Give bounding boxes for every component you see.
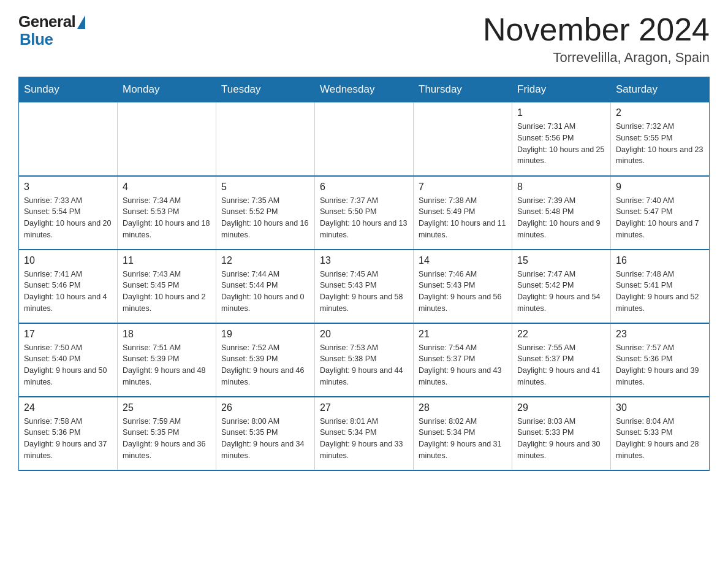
day-number: 20: [320, 329, 408, 340]
logo-triangle-icon: [77, 15, 85, 29]
calendar-day-cell: 5Sunrise: 7:35 AMSunset: 5:52 PMDaylight…: [216, 176, 315, 250]
calendar-week-row: 17Sunrise: 7:50 AMSunset: 5:40 PMDayligh…: [19, 323, 710, 397]
calendar-day-cell: 29Sunrise: 8:03 AMSunset: 5:33 PMDayligh…: [512, 397, 611, 470]
day-number: 3: [24, 182, 112, 193]
day-number: 17: [24, 329, 112, 340]
logo-blue-text: Blue: [20, 30, 53, 49]
day-info: Sunrise: 8:04 AMSunset: 5:33 PMDaylight:…: [616, 416, 704, 462]
day-number: 19: [221, 329, 309, 340]
day-info: Sunrise: 7:41 AMSunset: 5:46 PMDaylight:…: [24, 269, 112, 315]
day-info: Sunrise: 7:38 AMSunset: 5:49 PMDaylight:…: [419, 195, 507, 241]
calendar-day-cell: 18Sunrise: 7:51 AMSunset: 5:39 PMDayligh…: [118, 323, 216, 397]
day-number: 12: [221, 255, 309, 266]
calendar-day-cell: 17Sunrise: 7:50 AMSunset: 5:40 PMDayligh…: [19, 323, 118, 397]
day-number: 11: [123, 255, 211, 266]
calendar-day-cell: 20Sunrise: 7:53 AMSunset: 5:38 PMDayligh…: [315, 323, 414, 397]
day-info: Sunrise: 7:51 AMSunset: 5:39 PMDaylight:…: [123, 342, 211, 388]
day-number: 16: [616, 255, 704, 266]
day-info: Sunrise: 7:32 AMSunset: 5:55 PMDaylight:…: [616, 121, 704, 167]
calendar-day-cell: [118, 102, 216, 176]
day-info: Sunrise: 7:57 AMSunset: 5:36 PMDaylight:…: [616, 342, 704, 388]
page-header: General Blue November 2024 Torrevelilla,…: [18, 12, 710, 66]
day-info: Sunrise: 7:34 AMSunset: 5:53 PMDaylight:…: [123, 195, 211, 241]
location-text: Torrevelilla, Aragon, Spain: [483, 50, 710, 66]
day-info: Sunrise: 7:37 AMSunset: 5:50 PMDaylight:…: [320, 195, 408, 241]
calendar-day-header: Sunday: [19, 77, 118, 102]
day-number: 29: [517, 402, 605, 413]
day-number: 24: [24, 402, 112, 413]
day-info: Sunrise: 7:35 AMSunset: 5:52 PMDaylight:…: [221, 195, 309, 241]
day-number: 4: [123, 182, 211, 193]
day-info: Sunrise: 7:44 AMSunset: 5:44 PMDaylight:…: [221, 269, 309, 315]
day-number: 23: [616, 329, 704, 340]
day-info: Sunrise: 7:50 AMSunset: 5:40 PMDaylight:…: [24, 342, 112, 388]
logo-general-text: General: [18, 12, 75, 31]
day-info: Sunrise: 7:55 AMSunset: 5:37 PMDaylight:…: [517, 342, 605, 388]
calendar-week-row: 1Sunrise: 7:31 AMSunset: 5:56 PMDaylight…: [19, 102, 710, 176]
calendar-day-cell: 22Sunrise: 7:55 AMSunset: 5:37 PMDayligh…: [512, 323, 611, 397]
calendar-table: SundayMondayTuesdayWednesdayThursdayFrid…: [18, 77, 710, 471]
day-info: Sunrise: 8:01 AMSunset: 5:34 PMDaylight:…: [320, 416, 408, 462]
day-number: 7: [419, 182, 507, 193]
day-number: 9: [616, 182, 704, 193]
day-number: 18: [123, 329, 211, 340]
day-number: 2: [616, 107, 704, 118]
day-info: Sunrise: 7:58 AMSunset: 5:36 PMDaylight:…: [24, 416, 112, 462]
day-number: 25: [123, 402, 211, 413]
day-info: Sunrise: 8:02 AMSunset: 5:34 PMDaylight:…: [419, 416, 507, 462]
calendar-day-cell: 30Sunrise: 8:04 AMSunset: 5:33 PMDayligh…: [611, 397, 710, 470]
day-info: Sunrise: 8:00 AMSunset: 5:35 PMDaylight:…: [221, 416, 309, 462]
day-info: Sunrise: 7:47 AMSunset: 5:42 PMDaylight:…: [517, 269, 605, 315]
calendar-day-cell: 3Sunrise: 7:33 AMSunset: 5:54 PMDaylight…: [19, 176, 118, 250]
calendar-day-cell: 4Sunrise: 7:34 AMSunset: 5:53 PMDaylight…: [118, 176, 216, 250]
calendar-day-cell: 8Sunrise: 7:39 AMSunset: 5:48 PMDaylight…: [512, 176, 611, 250]
day-number: 14: [419, 255, 507, 266]
day-info: Sunrise: 7:53 AMSunset: 5:38 PMDaylight:…: [320, 342, 408, 388]
calendar-day-header: Saturday: [611, 77, 710, 102]
calendar-day-cell: 16Sunrise: 7:48 AMSunset: 5:41 PMDayligh…: [611, 250, 710, 323]
calendar-day-cell: 2Sunrise: 7:32 AMSunset: 5:55 PMDaylight…: [611, 102, 710, 176]
calendar-day-cell: 7Sunrise: 7:38 AMSunset: 5:49 PMDaylight…: [414, 176, 512, 250]
calendar-day-cell: 27Sunrise: 8:01 AMSunset: 5:34 PMDayligh…: [315, 397, 414, 470]
calendar-day-cell: [19, 102, 118, 176]
day-info: Sunrise: 7:43 AMSunset: 5:45 PMDaylight:…: [123, 269, 211, 315]
calendar-week-row: 10Sunrise: 7:41 AMSunset: 5:46 PMDayligh…: [19, 250, 710, 323]
day-info: Sunrise: 7:45 AMSunset: 5:43 PMDaylight:…: [320, 269, 408, 315]
calendar-day-cell: 25Sunrise: 7:59 AMSunset: 5:35 PMDayligh…: [118, 397, 216, 470]
day-number: 5: [221, 182, 309, 193]
calendar-day-header: Thursday: [414, 77, 512, 102]
calendar-day-cell: 6Sunrise: 7:37 AMSunset: 5:50 PMDaylight…: [315, 176, 414, 250]
calendar-day-cell: 15Sunrise: 7:47 AMSunset: 5:42 PMDayligh…: [512, 250, 611, 323]
calendar-day-cell: 23Sunrise: 7:57 AMSunset: 5:36 PMDayligh…: [611, 323, 710, 397]
calendar-day-cell: [315, 102, 414, 176]
calendar-day-header: Tuesday: [216, 77, 315, 102]
calendar-day-cell: 11Sunrise: 7:43 AMSunset: 5:45 PMDayligh…: [118, 250, 216, 323]
calendar-header-row: SundayMondayTuesdayWednesdayThursdayFrid…: [19, 77, 710, 102]
day-number: 1: [517, 107, 605, 118]
day-info: Sunrise: 7:54 AMSunset: 5:37 PMDaylight:…: [419, 342, 507, 388]
calendar-day-cell: 9Sunrise: 7:40 AMSunset: 5:47 PMDaylight…: [611, 176, 710, 250]
day-number: 21: [419, 329, 507, 340]
calendar-week-row: 3Sunrise: 7:33 AMSunset: 5:54 PMDaylight…: [19, 176, 710, 250]
calendar-day-cell: 13Sunrise: 7:45 AMSunset: 5:43 PMDayligh…: [315, 250, 414, 323]
day-number: 10: [24, 255, 112, 266]
day-number: 8: [517, 182, 605, 193]
month-title: November 2024: [483, 12, 710, 47]
calendar-week-row: 24Sunrise: 7:58 AMSunset: 5:36 PMDayligh…: [19, 397, 710, 470]
calendar-day-cell: 24Sunrise: 7:58 AMSunset: 5:36 PMDayligh…: [19, 397, 118, 470]
day-info: Sunrise: 7:52 AMSunset: 5:39 PMDaylight:…: [221, 342, 309, 388]
calendar-day-cell: 12Sunrise: 7:44 AMSunset: 5:44 PMDayligh…: [216, 250, 315, 323]
day-number: 28: [419, 402, 507, 413]
calendar-day-cell: 26Sunrise: 8:00 AMSunset: 5:35 PMDayligh…: [216, 397, 315, 470]
calendar-day-cell: 10Sunrise: 7:41 AMSunset: 5:46 PMDayligh…: [19, 250, 118, 323]
day-info: Sunrise: 7:33 AMSunset: 5:54 PMDaylight:…: [24, 195, 112, 241]
day-info: Sunrise: 7:39 AMSunset: 5:48 PMDaylight:…: [517, 195, 605, 241]
day-number: 26: [221, 402, 309, 413]
day-info: Sunrise: 7:59 AMSunset: 5:35 PMDaylight:…: [123, 416, 211, 462]
day-info: Sunrise: 7:48 AMSunset: 5:41 PMDaylight:…: [616, 269, 704, 315]
calendar-day-cell: 14Sunrise: 7:46 AMSunset: 5:43 PMDayligh…: [414, 250, 512, 323]
calendar-day-cell: 1Sunrise: 7:31 AMSunset: 5:56 PMDaylight…: [512, 102, 611, 176]
day-info: Sunrise: 7:40 AMSunset: 5:47 PMDaylight:…: [616, 195, 704, 241]
day-number: 27: [320, 402, 408, 413]
calendar-day-cell: [414, 102, 512, 176]
